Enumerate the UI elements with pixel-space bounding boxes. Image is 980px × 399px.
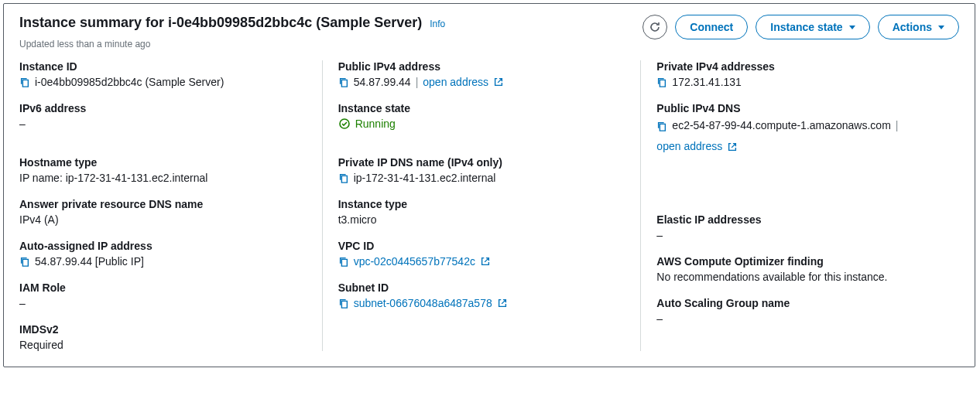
public-dns-value: ec2-54-87-99-44.compute-1.amazonaws.com xyxy=(672,118,890,134)
copy-icon[interactable] xyxy=(338,298,349,309)
private-ipv4-label: Private IPv4 addresses xyxy=(656,60,944,73)
hostname-type-value: IP name: ip-172-31-41-131.ec2.internal xyxy=(19,172,207,184)
field-instance-type: Instance type t3.micro xyxy=(338,198,625,226)
copy-icon[interactable] xyxy=(656,121,667,131)
optimizer-label: AWS Compute Optimizer finding xyxy=(656,255,944,268)
field-subnet-id: Subnet ID subnet-06676048a6487a578 xyxy=(338,281,625,309)
open-address-link[interactable]: open address xyxy=(656,138,722,155)
copy-icon[interactable] xyxy=(656,77,667,87)
refresh-button[interactable] xyxy=(642,15,667,39)
caret-down-icon xyxy=(849,26,855,29)
subnet-link[interactable]: subnet-06676048a6487a578 xyxy=(354,297,492,309)
auto-ip-label: Auto-assigned IP address xyxy=(19,240,307,252)
actions-label: Actions xyxy=(893,21,932,33)
external-link-icon[interactable] xyxy=(493,77,504,87)
field-instance-id: Instance ID i-0e4bb09985d2bbc4c (Sample … xyxy=(19,60,307,88)
refresh-icon xyxy=(649,21,661,33)
public-ipv4-value: 54.87.99.44 xyxy=(354,76,411,88)
field-imds: IMDSv2 Required xyxy=(19,323,307,351)
imds-value: Required xyxy=(19,339,63,351)
asg-label: Auto Scaling Group name xyxy=(656,297,944,309)
copy-icon[interactable] xyxy=(338,256,349,267)
field-public-dns: Public IPv4 DNS ec2-54-87-99-44.compute-… xyxy=(656,102,944,155)
open-address-link[interactable]: open address xyxy=(423,76,488,88)
vpc-link[interactable]: vpc-02c0445657b77542c xyxy=(354,255,475,268)
auto-ip-value: 54.87.99.44 [Public IP] xyxy=(35,255,144,268)
title-block: Instance summary for i-0e4bb09985d2bbc4c… xyxy=(19,15,633,49)
header-actions: Connect Instance state Actions xyxy=(642,15,959,39)
subnet-label: Subnet ID xyxy=(338,281,625,294)
field-vpc-id: VPC ID vpc-02c0445657b77542c xyxy=(338,240,625,268)
column-2: Public IPv4 address 54.87.99.44 |open ad… xyxy=(322,60,641,351)
elastic-ip-value: – xyxy=(656,229,663,241)
field-iam-role: IAM Role – xyxy=(19,281,307,309)
external-link-icon[interactable] xyxy=(497,298,508,309)
header-row: Instance summary for i-0e4bb09985d2bbc4c… xyxy=(19,15,959,49)
connect-button[interactable]: Connect xyxy=(675,15,748,39)
hostname-type-label: Hostname type xyxy=(19,156,307,169)
separator: | xyxy=(896,118,899,134)
instance-state-label: Instance state xyxy=(338,102,625,114)
ipv6-value: – xyxy=(19,118,26,130)
copy-icon[interactable] xyxy=(338,172,349,183)
status-ok-icon xyxy=(338,118,351,130)
separator: | xyxy=(416,76,419,88)
column-1: Instance ID i-0e4bb09985d2bbc4c (Sample … xyxy=(19,60,322,351)
optimizer-value: No recommendations available for this in… xyxy=(656,271,887,283)
copy-icon[interactable] xyxy=(338,77,349,87)
instance-id-value: i-0e4bb09985d2bbc4c (Sample Server) xyxy=(35,76,224,88)
info-link[interactable]: Info xyxy=(430,19,445,29)
public-ipv4-label: Public IPv4 address xyxy=(338,60,625,73)
answer-dns-value: IPv4 (A) xyxy=(19,213,59,226)
connect-label: Connect xyxy=(690,21,733,33)
instance-state-label: Instance state xyxy=(770,21,842,33)
answer-dns-label: Answer private resource DNS name xyxy=(19,198,307,210)
instance-type-value: t3.micro xyxy=(338,213,377,226)
field-answer-dns: Answer private resource DNS name IPv4 (A… xyxy=(19,198,307,226)
caret-down-icon xyxy=(938,26,944,29)
public-dns-label: Public IPv4 DNS xyxy=(656,102,944,114)
instance-summary-panel: Instance summary for i-0e4bb09985d2bbc4c… xyxy=(3,3,975,367)
field-instance-state: Instance state Running xyxy=(338,102,625,130)
ipv6-label: IPv6 address xyxy=(19,102,307,114)
external-link-icon[interactable] xyxy=(480,256,491,267)
page-title: Instance summary for i-0e4bb09985d2bbc4c… xyxy=(19,15,422,30)
instance-state-button[interactable]: Instance state xyxy=(756,15,869,39)
field-hostname-type: Hostname type IP name: ip-172-31-41-131.… xyxy=(19,156,307,184)
asg-value: – xyxy=(656,312,663,325)
private-ipv4-value: 172.31.41.131 xyxy=(672,76,742,88)
field-public-ipv4: Public IPv4 address 54.87.99.44 |open ad… xyxy=(338,60,625,88)
private-dns-value: ip-172-31-41-131.ec2.internal xyxy=(354,172,496,184)
field-asg: Auto Scaling Group name – xyxy=(656,297,944,325)
field-auto-ip: Auto-assigned IP address 54.87.99.44 [Pu… xyxy=(19,240,307,268)
instance-state-value: Running xyxy=(355,118,396,130)
field-private-ipv4: Private IPv4 addresses 172.31.41.131 xyxy=(656,60,944,88)
copy-icon[interactable] xyxy=(19,77,30,87)
instance-type-label: Instance type xyxy=(338,198,625,210)
details-columns: Instance ID i-0e4bb09985d2bbc4c (Sample … xyxy=(19,60,959,351)
updated-text: Updated less than a minute ago xyxy=(19,39,633,49)
iam-value: – xyxy=(19,297,26,309)
external-link-icon[interactable] xyxy=(727,142,738,152)
field-elastic-ip: Elastic IP addresses – xyxy=(656,213,944,241)
iam-label: IAM Role xyxy=(19,281,307,294)
field-ipv6: IPv6 address – xyxy=(19,102,307,130)
column-3: Private IPv4 addresses 172.31.41.131 Pub… xyxy=(640,60,959,351)
vpc-label: VPC ID xyxy=(338,240,625,252)
field-private-dns: Private IP DNS name (IPv4 only) ip-172-3… xyxy=(338,156,625,184)
field-compute-optimizer: AWS Compute Optimizer finding No recomme… xyxy=(656,255,944,283)
private-dns-label: Private IP DNS name (IPv4 only) xyxy=(338,156,625,169)
instance-id-label: Instance ID xyxy=(19,60,307,73)
imds-label: IMDSv2 xyxy=(19,323,307,336)
elastic-ip-label: Elastic IP addresses xyxy=(656,213,944,226)
copy-icon[interactable] xyxy=(19,256,30,267)
actions-button[interactable]: Actions xyxy=(878,15,959,39)
